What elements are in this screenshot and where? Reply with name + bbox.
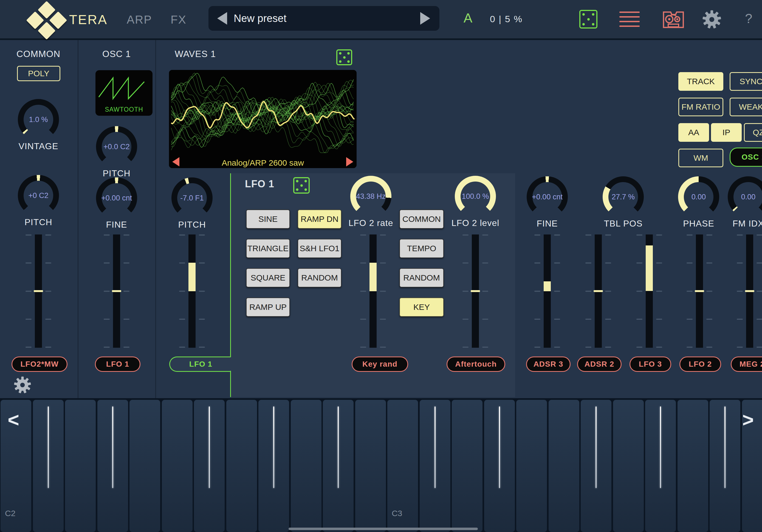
lfo2-level-mod-source-pill[interactable]: Aftertouch bbox=[447, 356, 505, 372]
slider-handle[interactable] bbox=[646, 246, 653, 291]
slider-handle[interactable] bbox=[112, 290, 121, 292]
lfo1-wave-sh-button[interactable]: S&H LFO1 bbox=[298, 239, 342, 258]
track-button[interactable]: TRACK bbox=[678, 72, 723, 91]
right-mod-slider-1[interactable] bbox=[534, 234, 560, 348]
slider-handle[interactable] bbox=[34, 290, 43, 292]
slider-track[interactable] bbox=[189, 234, 195, 348]
menu-icon[interactable] bbox=[619, 12, 640, 28]
help-icon[interactable]: ? bbox=[745, 11, 752, 26]
preset-prev-button[interactable] bbox=[217, 12, 227, 25]
waves1-randomize-icon[interactable] bbox=[336, 49, 352, 65]
lfo3-mod-source-pill[interactable]: LFO 3 bbox=[630, 356, 671, 372]
lfo1-mode-key-button[interactable]: KEY bbox=[399, 298, 444, 317]
recorder-icon[interactable] bbox=[662, 10, 685, 31]
adsr2-mod-source-pill[interactable]: ADSR 2 bbox=[577, 356, 622, 372]
ip-button[interactable]: IP bbox=[711, 123, 742, 142]
randomize-icon[interactable] bbox=[579, 10, 597, 29]
lfo1-wave-random-button[interactable]: RANDOM bbox=[298, 268, 342, 287]
tbl-pos-knob[interactable]: 27.7 % bbox=[603, 176, 644, 217]
aa-button[interactable]: AA bbox=[678, 123, 709, 142]
keyboard-key[interactable] bbox=[323, 400, 353, 532]
tab-arp[interactable]: ARP bbox=[127, 13, 152, 26]
slider-handle[interactable] bbox=[695, 290, 704, 292]
slider-handle[interactable] bbox=[369, 263, 377, 291]
keyboard[interactable]: C2C3 bbox=[0, 398, 762, 532]
keyboard-key[interactable] bbox=[645, 400, 676, 532]
keyboard-scrollbar[interactable] bbox=[288, 528, 478, 530]
wm-button[interactable]: WM bbox=[678, 149, 723, 167]
keyboard-key[interactable] bbox=[516, 400, 547, 532]
fm-idx-knob[interactable]: 0.00 bbox=[728, 176, 762, 217]
keyboard-key[interactable] bbox=[129, 400, 160, 532]
slider-track[interactable] bbox=[369, 234, 377, 348]
keyboard-key[interactable] bbox=[33, 400, 64, 532]
meg2-mod-source-pill[interactable]: MEG 2 bbox=[731, 356, 762, 372]
keyboard-key[interactable] bbox=[194, 400, 225, 532]
osc1-pitch-knob[interactable]: +0.0 C2 bbox=[96, 126, 137, 167]
common-mod-slider[interactable] bbox=[26, 234, 51, 348]
right-fine-knob[interactable]: +0.00 cnt bbox=[527, 176, 568, 217]
waves1-mod-slider[interactable] bbox=[179, 234, 205, 348]
keyboard-key[interactable] bbox=[420, 400, 450, 532]
keyboard-key[interactable] bbox=[549, 400, 579, 532]
lfo2-rate-mod-source-pill[interactable]: Key rand bbox=[352, 356, 408, 372]
lfo1-mode-common-button[interactable]: COMMON bbox=[399, 209, 444, 229]
osc-selector-pill[interactable]: OSC 1 bbox=[729, 148, 762, 167]
poly-button[interactable]: POLY bbox=[17, 66, 60, 81]
keyboard-key[interactable] bbox=[97, 400, 128, 532]
lfo1-wave-rampup-button[interactable]: RAMP UP bbox=[246, 298, 290, 317]
lfo1-wave-sine-button[interactable]: SINE bbox=[246, 209, 290, 229]
right-mod-slider-5[interactable] bbox=[737, 234, 762, 348]
lfo2-rate-knob[interactable]: 43.38 Hz bbox=[350, 176, 391, 217]
keyboard-key[interactable] bbox=[259, 400, 289, 532]
keyboard-key[interactable] bbox=[355, 400, 386, 532]
keyboard-key[interactable] bbox=[226, 400, 257, 532]
wavetable-display[interactable]: Analog/ARP 2600 saw bbox=[169, 70, 356, 168]
slider-handle[interactable] bbox=[745, 290, 754, 292]
keyboard-key[interactable] bbox=[677, 400, 708, 532]
tera-logo-icon[interactable] bbox=[26, 3, 67, 36]
slider-handle[interactable] bbox=[471, 290, 480, 292]
tab-tera[interactable]: TERA bbox=[69, 12, 108, 27]
waves1-pitch-knob[interactable]: -7.0 F1 bbox=[172, 178, 213, 219]
keyboard-key[interactable] bbox=[710, 400, 740, 532]
lfo2-level-knob[interactable]: 100.0 % bbox=[455, 176, 496, 217]
lfo1-wave-triangle-button[interactable]: TRIANGLE bbox=[246, 239, 290, 258]
lfo1-mode-tempo-button[interactable]: TEMPO bbox=[399, 239, 444, 258]
keyboard-scroll-right-button[interactable]: > bbox=[742, 409, 754, 431]
right-mod-slider-3[interactable] bbox=[636, 234, 662, 348]
lfo1-wave-rampdn-button[interactable]: RAMP DN bbox=[298, 209, 342, 229]
lfo2-rate-mod-slider[interactable] bbox=[360, 234, 386, 348]
fm-ratio-button[interactable]: FM RATIO bbox=[678, 98, 723, 116]
keyboard-key[interactable] bbox=[452, 400, 483, 532]
lfo1-randomize-icon[interactable] bbox=[293, 177, 310, 193]
keyboard-key[interactable]: C3 bbox=[387, 400, 418, 532]
right-mod-slider-4[interactable] bbox=[687, 234, 712, 348]
right-mod-slider-2[interactable] bbox=[585, 234, 611, 348]
lfo2-mod-source-pill[interactable]: LFO 2 bbox=[679, 356, 721, 372]
lfo1-mode-random-button[interactable]: RANDOM bbox=[399, 268, 444, 287]
phase-knob[interactable]: 0.00 bbox=[678, 176, 719, 217]
preset-next-button[interactable] bbox=[420, 12, 430, 25]
qz-button[interactable]: QZ bbox=[744, 123, 762, 142]
slider-handle[interactable] bbox=[594, 290, 603, 292]
tab-fx[interactable]: FX bbox=[171, 13, 187, 26]
osc1-fine-knob[interactable]: +0.00 cnt bbox=[96, 178, 137, 219]
weak-button[interactable]: WEAK bbox=[729, 98, 762, 116]
sync-button[interactable]: SYNC bbox=[729, 72, 762, 91]
keyboard-key[interactable] bbox=[291, 400, 322, 532]
keyboard-key[interactable] bbox=[162, 400, 192, 532]
lfo2-level-mod-slider[interactable] bbox=[462, 234, 488, 348]
preset-selector[interactable]: New preset bbox=[208, 6, 439, 31]
keyboard-key[interactable] bbox=[581, 400, 611, 532]
waves1-mod-source-pill-selected[interactable]: LFO 1 bbox=[169, 356, 232, 372]
keyboard-key[interactable] bbox=[613, 400, 644, 532]
wavetable-next-button[interactable] bbox=[346, 157, 353, 167]
common-settings-gear-icon[interactable] bbox=[14, 376, 31, 395]
common-mod-source-pill[interactable]: LFO2*MW bbox=[12, 356, 67, 372]
adsr3-mod-source-pill[interactable]: ADSR 3 bbox=[526, 356, 571, 372]
slider-handle[interactable] bbox=[544, 281, 551, 291]
settings-gear-icon[interactable] bbox=[702, 10, 722, 30]
keyboard-key[interactable] bbox=[484, 400, 515, 532]
part-a-toggle[interactable]: A bbox=[464, 10, 472, 26]
